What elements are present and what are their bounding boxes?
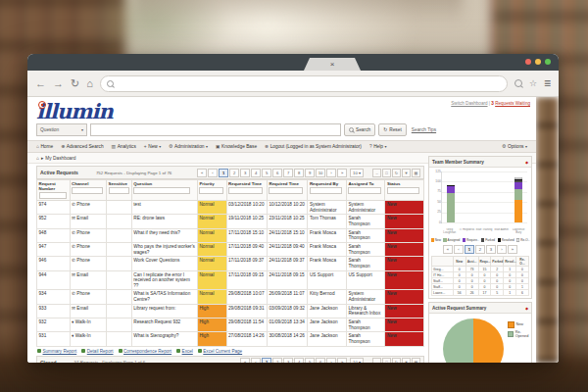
search-tips-link[interactable]: Search Tips [412, 127, 436, 132]
home-icon[interactable]: ⌂ [86, 78, 93, 89]
pager-page-1[interactable]: 1 [465, 245, 474, 254]
nav-item-knowledge-base[interactable]: ▣Knowledge Base [216, 144, 257, 149]
pager-page-4[interactable]: 4 [294, 358, 304, 363]
pager-prev-button[interactable]: ‹ [251, 358, 261, 363]
pager-next-button[interactable]: › [326, 169, 336, 177]
switch-dashboard-link[interactable]: Switch Dashboard [451, 101, 487, 106]
pager-last-button[interactable]: » [337, 169, 347, 177]
nav-item-administration[interactable]: ⚙Administration▾ [169, 144, 208, 149]
page-size-select[interactable]: 10 ▾ [350, 169, 364, 177]
request-row[interactable]: 952✉ EmailRE: drone lawsNormal19/11/2018… [37, 215, 424, 228]
panel-control-filter[interactable]: ▼ [402, 169, 411, 177]
column-filter-input[interactable] [310, 187, 342, 194]
search-button[interactable]: Search [344, 123, 375, 136]
team-row[interactable]: Lawre...562617516 [432, 290, 529, 296]
panel-control-columns[interactable]: ▦ [412, 358, 420, 363]
panel-control-popout[interactable]: □ [382, 169, 391, 177]
column-filter-input[interactable] [72, 187, 102, 194]
reset-button[interactable]: ↻ Reset [378, 123, 407, 136]
nav-item-home[interactable]: ⌂Home [36, 144, 53, 149]
address-input[interactable] [118, 79, 501, 88]
column-header-status[interactable]: Status [385, 180, 424, 201]
request-row[interactable]: 934✆ PhoneWhat is SA/TAS Information Cen… [37, 290, 424, 304]
request-row[interactable]: 947✆ PhoneWho pays the injured worker's … [37, 242, 424, 256]
column-filter-input[interactable] [269, 187, 303, 194]
home-icon[interactable]: ⌂ [36, 156, 39, 161]
column-header-requested-time[interactable]: Requested Time [226, 180, 267, 201]
column-filter-input[interactable] [228, 187, 263, 194]
nav-item-help[interactable]: ?Help▾ [369, 144, 387, 149]
request-row[interactable]: 932♦ Walk-InResearch Request 932High29/0… [37, 318, 424, 332]
request-row[interactable]: 946✆ PhoneWork Cover QuestionsNormal17/1… [37, 257, 424, 270]
breadcrumb-current[interactable]: My Dashboard [45, 156, 75, 161]
report-link-correspondence-report[interactable]: Correspondence Report [119, 349, 172, 354]
pager-first-button[interactable]: « [240, 358, 250, 363]
address-bar[interactable] [100, 75, 508, 92]
pager-page-3[interactable]: 3 [486, 245, 496, 254]
column-header-requested-by[interactable]: Requested By [308, 180, 347, 201]
column-filter-input[interactable] [348, 187, 380, 194]
pager-page-1[interactable]: 1 [262, 358, 271, 363]
pager-last-button[interactable]: » [337, 358, 347, 363]
panel-control-refresh[interactable]: ↻ [392, 358, 401, 363]
panel-menu-icon[interactable]: ◆ [525, 160, 528, 165]
request-row[interactable]: 933✉ EmailLibrary request from:High29/08… [37, 304, 424, 318]
pager-page-6[interactable]: 6 [272, 169, 282, 177]
search-field-select[interactable]: Question ▾ [36, 123, 87, 136]
panel-control-filter[interactable]: ▼ [402, 358, 411, 363]
request-row[interactable]: 948✆ PhoneWhat if they need this?Normal1… [37, 228, 424, 242]
toolbar-search-icon[interactable] [514, 79, 522, 87]
report-link-excel[interactable]: Excel [176, 349, 193, 354]
column-header-request-number[interactable]: Request Number [37, 180, 71, 201]
column-filter-input[interactable] [199, 187, 223, 194]
window-close-button[interactable] [525, 59, 531, 65]
alert-link[interactable]: Requests Waiting [495, 101, 530, 106]
report-link-summary-report[interactable]: Summary Report [37, 349, 76, 354]
pager-page-10[interactable]: 10 [316, 169, 325, 177]
pager-page-2[interactable]: 2 [272, 358, 282, 363]
refresh-icon[interactable]: ↻ [71, 78, 79, 89]
pager-prev-button[interactable]: ‹ [208, 169, 218, 177]
column-header-sensitive[interactable]: Sensitive [107, 180, 132, 201]
pager-page-9[interactable]: 9 [305, 169, 315, 177]
pager-page-6[interactable]: 6 [316, 358, 325, 363]
pager-prev-button[interactable]: ‹ [454, 245, 464, 254]
back-icon[interactable]: ← [35, 78, 46, 89]
pager-page-3[interactable]: 3 [240, 169, 250, 177]
forward-icon[interactable]: → [53, 78, 64, 89]
column-header-channel[interactable]: Channel [70, 180, 107, 201]
panel-control-popout[interactable]: □ [382, 358, 391, 363]
browser-tab[interactable]: × [304, 58, 361, 71]
request-row[interactable]: 974✆ PhonetestNormal03/12/2018 10:2010/1… [37, 201, 424, 215]
column-filter-input[interactable] [133, 187, 190, 194]
search-input[interactable] [90, 123, 341, 136]
report-link-detail-report[interactable]: Detail Report [81, 349, 113, 354]
panel-control-minimize[interactable]: – [372, 358, 381, 363]
nav-item-analytics[interactable]: ▥Analytics [112, 144, 136, 149]
nav-item-new[interactable]: +New▾ [144, 144, 161, 149]
request-row[interactable]: 944✉ EmailCan I replicate the error I re… [37, 270, 424, 290]
nav-item-advanced-search[interactable]: ⊕Advanced Search [61, 144, 103, 149]
report-link-excel-current-page[interactable]: Excel Current Page [198, 349, 242, 354]
pager-first-button[interactable]: « [443, 245, 453, 254]
column-header-priority[interactable]: Priority [197, 180, 226, 201]
column-header-question[interactable]: Question [131, 180, 197, 201]
request-row[interactable]: 931♦ Walk-InWhat is Stenography?High27/0… [37, 332, 424, 346]
pager-last-button[interactable]: » [508, 245, 517, 254]
window-maximize-button[interactable] [545, 59, 551, 65]
pager-page-3[interactable]: 3 [283, 358, 293, 363]
bookmark-icon[interactable]: ☆ [529, 79, 537, 88]
nav-item-options[interactable]: ⚙ Options ▾ [502, 144, 527, 149]
pager-page-2[interactable]: 2 [229, 169, 239, 177]
pager-page-8[interactable]: 8 [294, 169, 304, 177]
pager-page-2[interactable]: 2 [475, 245, 485, 254]
pager-page-5[interactable]: 5 [262, 169, 271, 177]
panel-menu-icon[interactable]: ◆ [525, 306, 528, 311]
panel-control-refresh[interactable]: ↻ [392, 169, 401, 177]
panel-control-columns[interactable]: ▦ [412, 169, 420, 177]
column-filter-input[interactable] [39, 192, 67, 199]
pager-page-5[interactable]: 5 [305, 358, 315, 363]
nav-item-logout[interactable]: ⊗Logout (Logged in as System Administrat… [265, 144, 362, 149]
column-header-required-time[interactable]: Required Time [267, 180, 307, 201]
pager-next-button[interactable]: › [326, 358, 336, 363]
